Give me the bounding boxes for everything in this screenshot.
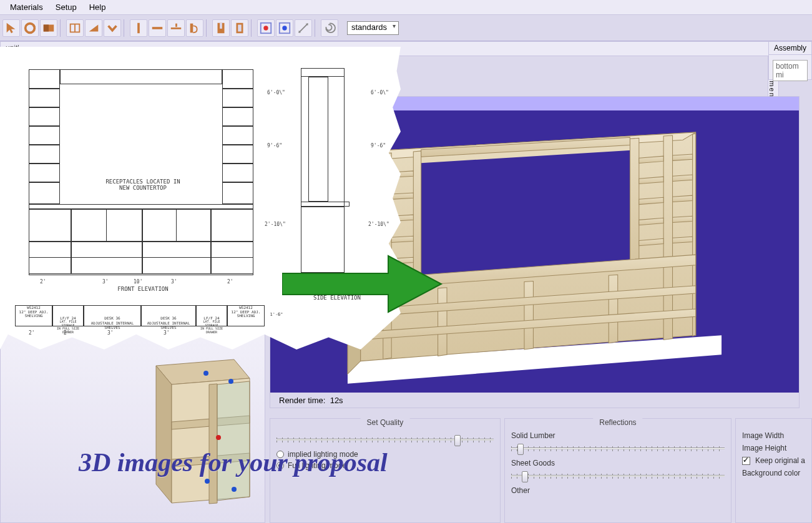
dim-3d: 3'	[164, 330, 170, 336]
svg-line-18	[299, 23, 308, 32]
svg-marker-64	[524, 281, 533, 349]
svg-point-26	[203, 371, 208, 376]
dim-2b: 2'	[227, 279, 233, 285]
svg-marker-40	[693, 134, 696, 336]
image-height-label: Image Height	[742, 444, 786, 452]
select-tool-button[interactable]	[2, 19, 20, 37]
dim-9-6-b: 9'-6"	[371, 143, 386, 149]
dim-3c: 3'	[107, 330, 114, 336]
svg-marker-56	[673, 154, 693, 160]
preview-model	[137, 347, 262, 516]
menu-materials[interactable]: Materials	[4, 1, 49, 14]
ws2-label: WS2412 12" DEEP ADJ. SHELVING	[227, 306, 265, 318]
frame-panel-button[interactable]	[231, 19, 248, 37]
adj1-label: ADJUSTABLE INTERNAL SHELVES	[84, 321, 141, 330]
reflections-title: Reflections	[593, 418, 642, 427]
dim-6-0-a: 6'-0\"	[267, 90, 285, 95]
handle-tool-button[interactable]	[186, 19, 203, 37]
toolbar-separator	[124, 19, 127, 37]
svg-point-29	[205, 479, 210, 484]
menu-help[interactable]: Help	[83, 1, 112, 14]
svg-marker-60	[673, 237, 693, 243]
svg-point-17	[282, 26, 286, 30]
dim-10: 10'	[134, 279, 142, 285]
wedge-tool-button[interactable]	[85, 19, 102, 37]
svg-marker-35	[419, 150, 632, 280]
render-time-label: Render time:	[279, 396, 325, 405]
dim-3b: 3'	[171, 279, 177, 285]
bg-color-row: Background color	[742, 469, 805, 477]
menu-setup[interactable]: Setup	[49, 1, 83, 14]
cabinet-front-button[interactable]	[66, 19, 84, 37]
svg-marker-39	[663, 135, 672, 340]
caption-text: 3D images for your proposal	[79, 447, 388, 477]
svg-rect-8	[175, 23, 177, 27]
snap-blue-button[interactable]	[276, 19, 293, 37]
sheet-goods-slider[interactable]	[511, 470, 725, 484]
svg-marker-59	[673, 216, 693, 222]
assembly-field[interactable]: bottom mi	[773, 60, 808, 81]
panel-tool-button[interactable]	[40, 19, 57, 37]
reflections-group: Reflections Solid Lumber Sheet Goods Oth…	[504, 418, 731, 523]
adj2-label: ADJUSTABLE INTERNAL SHELVES	[141, 321, 196, 330]
checkbox-icon	[742, 457, 750, 465]
svg-marker-38	[630, 138, 638, 263]
toolbar-separator	[206, 19, 210, 37]
menu-bar: Materials Setup Help	[0, 0, 812, 15]
svg-marker-25	[217, 381, 250, 501]
dim-2c: 2'	[29, 330, 35, 336]
svg-marker-20	[156, 366, 172, 503]
dim-3a: 3'	[102, 279, 109, 285]
toolbar: standards	[0, 15, 812, 41]
svg-marker-65	[609, 275, 617, 343]
svg-point-27	[228, 379, 233, 384]
add-shelf-button[interactable]	[167, 19, 185, 37]
dim-2d: 2'	[64, 330, 70, 336]
dimension-tool-button[interactable]	[295, 19, 312, 37]
svg-marker-24	[209, 384, 217, 504]
svg-rect-6	[152, 27, 163, 29]
render-time-value: 12s	[330, 396, 343, 405]
desk1-label: DESK 36	[84, 316, 141, 321]
image-settings-group: Image Width Image Height Keep original a…	[735, 418, 812, 523]
spiral-tool-button[interactable]	[321, 19, 338, 37]
image-width-label: Image Width	[742, 431, 784, 440]
svg-rect-13	[238, 24, 242, 31]
recept-label: RECEPTACLES LOCATED IN NEW COUNTERTOP	[96, 179, 190, 192]
svg-marker-57	[673, 175, 693, 181]
snap-red-button[interactable]	[257, 19, 275, 37]
svg-point-0	[26, 23, 35, 32]
chevron-down-icon[interactable]	[104, 19, 121, 37]
image-width-row: Image Width	[742, 431, 805, 440]
standards-dropdown[interactable]: standards	[347, 21, 399, 35]
quality-slider[interactable]	[276, 434, 494, 447]
sheet-goods-label: Sheet Goods	[511, 459, 725, 467]
rotate-tool-button[interactable]	[21, 19, 39, 37]
svg-point-15	[263, 26, 268, 30]
image-height-row: Image Height	[742, 444, 805, 452]
svg-rect-2	[44, 24, 49, 31]
bg-color-label: Background color	[742, 469, 800, 477]
svg-marker-58	[673, 195, 693, 202]
slot-panel-button[interactable]	[212, 19, 230, 37]
keep-ratio-row[interactable]: Keep original a	[742, 456, 805, 465]
render-time: Render time: 12s	[279, 396, 343, 405]
keep-ratio-label: Keep original a	[755, 456, 805, 465]
svg-point-30	[232, 487, 237, 492]
svg-point-28	[216, 435, 221, 440]
assembly-panel: Assembly bottom mi	[768, 41, 812, 80]
toolbar-separator	[315, 19, 318, 37]
shelf-tool-button[interactable]	[149, 19, 166, 37]
dim-6-0-b: 6'-0\"	[371, 90, 389, 95]
line-tool-button[interactable]	[130, 19, 147, 37]
assembly-panel-title: Assembly	[769, 42, 811, 55]
dim-2a: 2'	[40, 279, 46, 285]
solid-lumber-label: Solid Lumber	[511, 431, 725, 440]
lat2-label: LAT. FILE STORAGE IN FULL SIZE DRAWER	[196, 320, 227, 334]
svg-marker-68	[282, 256, 441, 312]
toolbar-separator	[251, 19, 255, 37]
solid-lumber-slider[interactable]	[511, 442, 725, 456]
dim-9-6-a: 9'-6"	[267, 143, 282, 149]
other-label: Other	[511, 486, 725, 495]
quality-title: Set Quality	[361, 418, 410, 427]
